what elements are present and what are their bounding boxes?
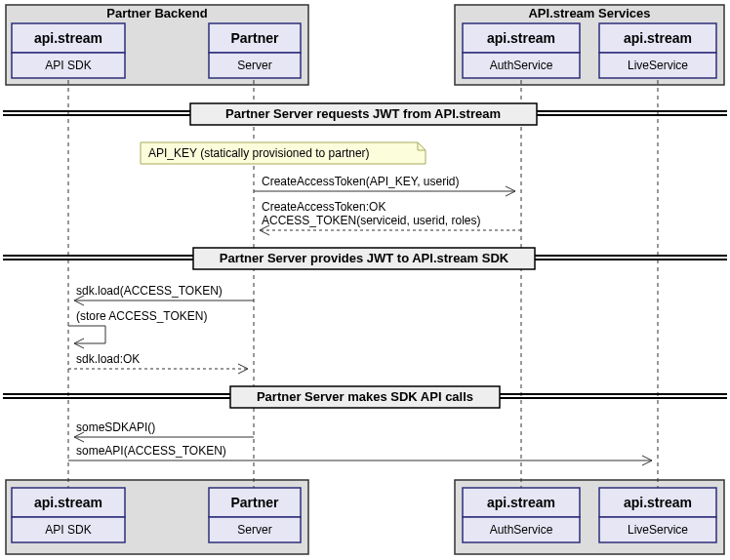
svg-text:Partner Server provides JWT to: Partner Server provides JWT to API.strea… [220, 251, 509, 265]
participant-auth-foot: api.stream AuthService [463, 488, 580, 542]
svg-text:AuthService: AuthService [490, 59, 553, 72]
msg-create-access-token: CreateAccessToken(API_KEY, userid) [262, 175, 460, 188]
msg-sdk-load: sdk.load(ACCESS_TOKEN) [76, 284, 223, 298]
svg-text:api.stream: api.stream [487, 30, 555, 46]
participant-sdk-head: api.stream API SDK [12, 23, 125, 78]
svg-text:LiveService: LiveService [628, 523, 688, 537]
svg-text:Server: Server [237, 59, 271, 72]
divider-3: Partner Server makes SDK API calls [3, 386, 727, 408]
group-services-title: API.stream Services [528, 6, 650, 20]
participant-server-head: Partner Server [209, 23, 301, 78]
svg-text:api.stream: api.stream [624, 30, 692, 46]
msg-store-token: (store ACCESS_TOKEN) [76, 309, 207, 323]
svg-text:api.stream: api.stream [34, 30, 102, 46]
svg-text:Partner Server requests JWT fr: Partner Server requests JWT from API.str… [225, 106, 501, 121]
svg-text:LiveService: LiveService [628, 59, 688, 72]
participant-sdk-foot: api.stream API SDK [12, 488, 125, 542]
msg-some-api: someAPI(ACCESS_TOKEN) [76, 444, 226, 458]
group-backend-title: Partner Backend [106, 6, 207, 20]
msg-create-access-token-ok: CreateAccessToken:OK [262, 200, 385, 214]
svg-text:API SDK: API SDK [45, 523, 91, 537]
msg-some-sdk-api: someSDKAPI() [76, 420, 155, 434]
svg-text:API_KEY (statically provisione: API_KEY (statically provisioned to partn… [148, 146, 370, 160]
divider-1: Partner Server requests JWT from API.str… [3, 103, 727, 125]
msg-sdk-load-ok: sdk.load:OK [76, 352, 140, 366]
svg-text:api.stream: api.stream [487, 495, 555, 510]
svg-text:Partner: Partner [230, 495, 279, 510]
participant-live-foot: api.stream LiveService [599, 488, 716, 542]
svg-marker-21 [418, 142, 426, 150]
svg-text:Partner Server makes SDK API c: Partner Server makes SDK API calls [257, 389, 473, 404]
svg-text:api.stream: api.stream [624, 495, 692, 510]
svg-text:API SDK: API SDK [45, 59, 91, 72]
svg-text:AuthService: AuthService [490, 523, 553, 537]
note-api-key: API_KEY (statically provisioned to partn… [141, 142, 426, 164]
participant-auth-head: api.stream AuthService [463, 23, 580, 78]
participant-live-head: api.stream LiveService [599, 23, 716, 78]
msg-access-token: ACCESS_TOKEN(serviceid, userid, roles) [262, 214, 481, 227]
svg-text:Server: Server [237, 523, 271, 537]
divider-2: Partner Server provides JWT to API.strea… [3, 248, 727, 269]
participant-server-foot: Partner Server [209, 488, 301, 542]
svg-text:api.stream: api.stream [34, 495, 102, 510]
svg-text:Partner: Partner [230, 30, 279, 46]
sequence-diagram: Partner Backend API.stream Services api.… [0, 0, 730, 560]
